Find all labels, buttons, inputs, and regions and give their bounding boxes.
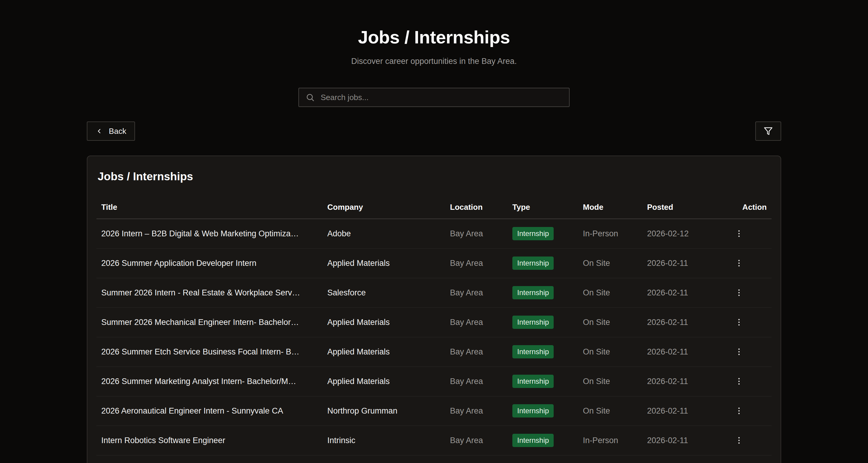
row-actions-button[interactable] (733, 434, 746, 447)
posted-cell: 2026-02-11 (642, 307, 720, 337)
action-cell (720, 307, 772, 337)
job-title-cell: Summer 2026 Intern - Real Estate & Workp… (96, 278, 322, 307)
search-icon (306, 93, 315, 102)
column-header-mode: Mode (578, 195, 642, 219)
type-cell: Internship (507, 248, 578, 278)
kebab-vertical-icon (735, 318, 744, 327)
column-header-posted: Posted (642, 195, 720, 219)
row-actions-button[interactable] (733, 256, 746, 270)
funnel-icon (764, 127, 773, 136)
type-badge: Internship (513, 316, 554, 329)
location-cell: Bay Area (445, 219, 507, 248)
action-cell (720, 426, 772, 455)
type-cell: Internship (507, 278, 578, 307)
page-subtitle: Discover career opportunities in the Bay… (0, 56, 868, 66)
posted-cell: 2026-02-11 (642, 248, 720, 278)
action-cell (720, 337, 772, 367)
mode-cell: On Site (578, 307, 642, 337)
mode-cell: On Site (578, 367, 642, 396)
company-cell: Adobe (322, 219, 445, 248)
mode-cell: On Site (578, 248, 642, 278)
table-row: 2026 Aeronautical Engineer Intern - Sunn… (96, 396, 772, 426)
kebab-vertical-icon (735, 406, 744, 415)
posted-cell: 2026-02-11 (642, 337, 720, 367)
row-actions-button[interactable] (733, 345, 746, 359)
table-row: 2026 Summer Etch Service Business Focal … (96, 337, 772, 367)
location-cell: Bay Area (445, 337, 507, 367)
kebab-vertical-icon (735, 259, 744, 268)
posted-cell: 2026-02-11 (642, 367, 720, 396)
mode-cell: In-Person (578, 219, 642, 248)
jobs-table: Title Company Location Type Mode Posted … (96, 195, 772, 456)
job-title-cell: 2026 Summer Etch Service Business Focal … (96, 337, 322, 367)
jobs-panel: Jobs / Internships Title Company Locatio… (87, 156, 781, 463)
company-cell: Northrop Grumman (322, 396, 445, 426)
type-badge: Internship (513, 286, 554, 299)
location-cell: Bay Area (445, 278, 507, 307)
type-badge: Internship (513, 404, 554, 418)
toolbar: Back (87, 121, 781, 141)
type-cell: Internship (507, 219, 578, 248)
table-row: Summer 2026 Intern - Real Estate & Workp… (96, 278, 772, 307)
column-header-location: Location (445, 195, 507, 219)
column-header-type: Type (507, 195, 578, 219)
kebab-vertical-icon (735, 377, 744, 386)
type-cell: Internship (507, 396, 578, 426)
location-cell: Bay Area (445, 307, 507, 337)
type-badge: Internship (513, 256, 554, 270)
search-input[interactable] (320, 93, 562, 102)
job-title-cell: 2026 Summer Application Developer Intern (96, 248, 322, 278)
type-cell: Internship (507, 307, 578, 337)
filter-button[interactable] (755, 121, 781, 141)
kebab-vertical-icon (735, 288, 744, 297)
kebab-vertical-icon (735, 229, 744, 238)
page-root: Jobs / Internships Discover career oppor… (0, 27, 868, 463)
job-title-cell: Summer 2026 Mechanical Engineer Intern- … (96, 307, 322, 337)
back-button[interactable]: Back (87, 121, 135, 141)
action-cell (720, 367, 772, 396)
search-bar[interactable] (299, 88, 569, 107)
hero: Jobs / Internships Discover career oppor… (0, 27, 868, 66)
row-actions-button[interactable] (733, 286, 746, 299)
row-actions-button[interactable] (733, 404, 746, 418)
location-cell: Bay Area (445, 248, 507, 278)
type-cell: Internship (507, 337, 578, 367)
company-cell: Applied Materials (322, 367, 445, 396)
mode-cell: In-Person (578, 426, 642, 455)
company-cell: Salesforce (322, 278, 445, 307)
row-actions-button[interactable] (733, 316, 746, 329)
mode-cell: On Site (578, 337, 642, 367)
company-cell: Applied Materials (322, 337, 445, 367)
table-row: 2026 Summer Marketing Analyst Intern- Ba… (96, 367, 772, 396)
type-cell: Internship (507, 367, 578, 396)
company-cell: Intrinsic (322, 426, 445, 455)
company-cell: Applied Materials (322, 307, 445, 337)
job-title-cell: 2026 Intern – B2B Digital & Web Marketin… (96, 219, 322, 248)
row-actions-button[interactable] (733, 227, 746, 240)
back-label: Back (109, 127, 126, 136)
job-title-cell: 2026 Aeronautical Engineer Intern - Sunn… (96, 396, 322, 426)
type-badge: Internship (513, 345, 554, 359)
chevron-left-icon (96, 127, 103, 135)
posted-cell: 2026-02-11 (642, 278, 720, 307)
table-row: 2026 Summer Application Developer Intern… (96, 248, 772, 278)
type-cell: Internship (507, 426, 578, 455)
column-header-title: Title (96, 195, 322, 219)
job-title-cell: 2026 Summer Marketing Analyst Intern- Ba… (96, 367, 322, 396)
mode-cell: On Site (578, 278, 642, 307)
posted-cell: 2026-02-12 (642, 219, 720, 248)
action-cell (720, 278, 772, 307)
panel-heading: Jobs / Internships (98, 170, 772, 183)
row-actions-button[interactable] (733, 375, 746, 388)
company-cell: Applied Materials (322, 248, 445, 278)
location-cell: Bay Area (445, 426, 507, 455)
kebab-vertical-icon (735, 347, 744, 356)
type-badge: Internship (513, 375, 554, 388)
action-cell (720, 248, 772, 278)
posted-cell: 2026-02-11 (642, 426, 720, 455)
posted-cell: 2026-02-11 (642, 396, 720, 426)
column-header-action: Action (720, 195, 772, 219)
location-cell: Bay Area (445, 396, 507, 426)
action-cell (720, 219, 772, 248)
location-cell: Bay Area (445, 367, 507, 396)
